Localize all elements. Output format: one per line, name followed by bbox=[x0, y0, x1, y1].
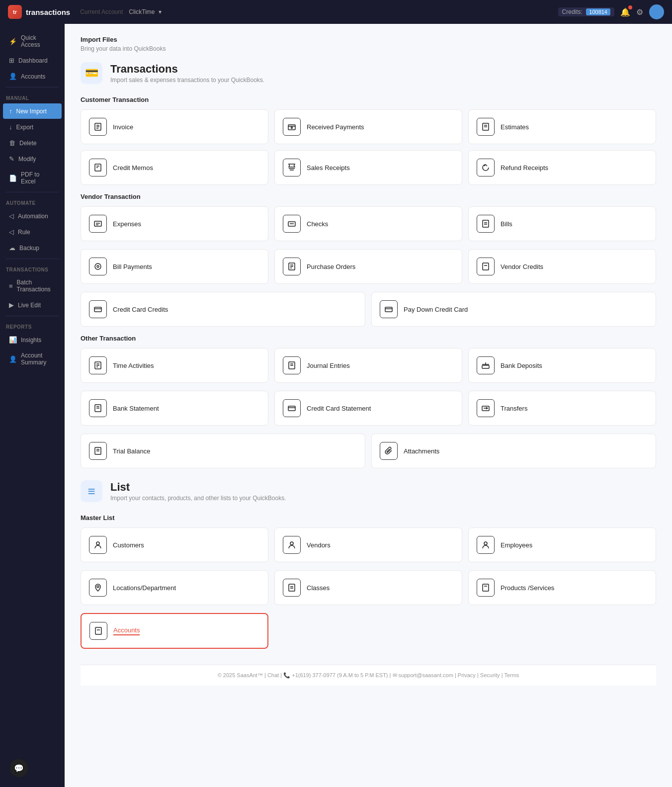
card-journal-entries[interactable]: Journal Entries bbox=[274, 348, 462, 383]
card-bank-deposits[interactable]: Bank Deposits bbox=[468, 348, 656, 383]
card-credit-card-statement[interactable]: Credit Card Statement bbox=[274, 391, 462, 426]
pay-down-credit-card-label: Pay Down Credit Card bbox=[404, 306, 468, 313]
card-trial-balance[interactable]: Trial Balance bbox=[81, 434, 365, 468]
card-attachments[interactable]: Attachments bbox=[371, 434, 656, 468]
list-section-header: ≡ List Import your contacts, products, a… bbox=[81, 480, 656, 502]
account-dropdown-icon[interactable]: ▾ bbox=[159, 8, 162, 15]
new-import-icon: ↑ bbox=[9, 107, 12, 115]
card-vendors[interactable]: Vendors bbox=[274, 527, 462, 562]
card-invoice[interactable]: Invoice bbox=[81, 109, 268, 144]
footer-privacy-link[interactable]: Privacy bbox=[458, 672, 476, 678]
sidebar-item-live-edit[interactable]: ▶ Live Edit bbox=[3, 297, 62, 313]
card-credit-memos[interactable]: Credit Memos bbox=[81, 150, 268, 185]
card-expenses[interactable]: Expenses bbox=[81, 206, 268, 241]
card-bills[interactable]: Bills bbox=[468, 206, 656, 241]
user-avatar[interactable] bbox=[649, 4, 664, 19]
card-employees[interactable]: Employees bbox=[468, 527, 656, 562]
export-icon: ↓ bbox=[9, 123, 12, 131]
card-received-payments[interactable]: Received Payments bbox=[274, 109, 462, 144]
notification-bell[interactable]: 🔔 bbox=[620, 7, 630, 17]
sidebar-label-delete: Delete bbox=[19, 140, 37, 147]
card-pay-down-credit-card[interactable]: Pay Down Credit Card bbox=[371, 292, 656, 327]
sidebar-label-live-edit: Live Edit bbox=[18, 302, 41, 309]
current-account-label: Current Account bbox=[80, 8, 123, 15]
card-classes[interactable]: Classes bbox=[274, 570, 462, 605]
sidebar-reports-section: REPORTS bbox=[0, 319, 65, 332]
time-activities-label: Time Activities bbox=[113, 362, 154, 369]
received-payments-icon bbox=[283, 118, 301, 136]
footer-security-link[interactable]: Security bbox=[480, 672, 500, 678]
card-time-activities[interactable]: Time Activities bbox=[81, 348, 268, 383]
accounts-nav-icon: 👤 bbox=[9, 73, 17, 80]
sidebar-item-account-summary[interactable]: 👤 Account Summary bbox=[3, 348, 62, 370]
card-transfers[interactable]: Transfers bbox=[468, 391, 656, 426]
settings-icon[interactable]: ⚙ bbox=[636, 7, 643, 17]
sidebar-item-backup[interactable]: ☁ Backup bbox=[3, 240, 62, 256]
footer-chat-link[interactable]: Chat bbox=[267, 672, 279, 678]
credits-label: Credits: 100814 bbox=[558, 7, 614, 16]
sidebar-item-new-import[interactable]: ↑ New Import bbox=[3, 103, 62, 119]
notification-dot bbox=[628, 5, 632, 9]
pdf-to-excel-icon: 📄 bbox=[9, 175, 17, 182]
card-accounts[interactable]: Accounts bbox=[81, 613, 268, 649]
svg-point-5 bbox=[291, 127, 293, 129]
rule-icon: ◁ bbox=[9, 228, 14, 236]
card-purchase-orders[interactable]: Purchase Orders bbox=[274, 249, 462, 284]
sales-receipts-label: Sales Receipts bbox=[307, 164, 350, 172]
card-customers[interactable]: Customers bbox=[81, 527, 268, 562]
sidebar-item-delete[interactable]: 🗑 Delete bbox=[3, 135, 62, 151]
card-products-services[interactable]: Products /Services bbox=[468, 570, 656, 605]
invoice-icon bbox=[89, 118, 107, 136]
sidebar-item-batch-transactions[interactable]: ≡ Batch Transactions bbox=[3, 275, 62, 297]
locations-department-icon bbox=[89, 579, 107, 597]
svg-point-53 bbox=[96, 542, 99, 545]
footer-email[interactable]: support@saasant.com bbox=[399, 672, 453, 678]
sidebar-label-pdf-to-excel: PDF to Excel bbox=[21, 171, 56, 185]
main-content: Import Files Bring your data into QuickB… bbox=[65, 24, 672, 787]
sidebar-item-export[interactable]: ↓ Export bbox=[3, 119, 62, 135]
bill-payments-icon bbox=[89, 258, 107, 275]
card-locations-department[interactable]: Locations/Department bbox=[81, 570, 268, 605]
credit-card-credits-label: Credit Card Credits bbox=[113, 306, 168, 313]
card-checks[interactable]: Checks bbox=[274, 206, 462, 241]
credits-value[interactable]: 100814 bbox=[586, 8, 610, 15]
employees-label: Employees bbox=[501, 541, 532, 549]
svg-rect-60 bbox=[483, 584, 489, 591]
customer-transaction-grid: Invoice Received Payments bbox=[81, 109, 656, 185]
chat-button[interactable]: 💬 bbox=[10, 759, 28, 777]
card-refund-receipts[interactable]: Refund Receipts bbox=[468, 150, 656, 185]
vendor-transaction-grid-row2: Bill Payments Purchase Orders bbox=[81, 249, 656, 284]
sidebar-item-quick-access[interactable]: ⚡ Quick Access bbox=[3, 30, 62, 52]
footer-phone-icon: 📞 bbox=[283, 672, 290, 678]
list-section-icon: ≡ bbox=[81, 480, 102, 502]
list-section-desc: Import your contacts, products, and othe… bbox=[110, 495, 286, 502]
footer-terms-link[interactable]: Terms bbox=[504, 672, 519, 678]
sidebar-item-accounts-nav[interactable]: 👤 Accounts bbox=[3, 69, 62, 84]
card-credit-card-credits[interactable]: Credit Card Credits bbox=[81, 292, 365, 327]
card-estimates[interactable]: Estimates bbox=[468, 109, 656, 144]
expenses-icon bbox=[89, 215, 107, 233]
svg-point-55 bbox=[484, 542, 487, 545]
card-bank-statement[interactable]: Bank Statement bbox=[81, 391, 268, 426]
sidebar-item-automation[interactable]: ◁ Automation bbox=[3, 208, 62, 224]
customers-icon bbox=[89, 536, 107, 554]
card-vendor-credits[interactable]: Vendor Credits bbox=[468, 249, 656, 284]
card-bill-payments[interactable]: Bill Payments bbox=[81, 249, 268, 284]
sidebar-item-dashboard[interactable]: ⊞ Dashboard bbox=[3, 53, 62, 68]
sidebar-item-insights[interactable]: 📊 Insights bbox=[3, 332, 62, 348]
svg-rect-19 bbox=[483, 220, 489, 227]
sidebar-item-modify[interactable]: ✎ Modify bbox=[3, 151, 62, 167]
footer: © 2025 SaasAnt™ | Chat | 📞 +1(619) 377-0… bbox=[81, 665, 656, 686]
sidebar-item-pdf-to-excel[interactable]: 📄 PDF to Excel bbox=[3, 167, 62, 189]
credit-memos-label: Credit Memos bbox=[113, 164, 153, 172]
layout: ⚡ Quick Access ⊞ Dashboard 👤 Accounts MA… bbox=[0, 24, 672, 787]
transactions-section-header: 💳 Transactions Import sales & expenses t… bbox=[81, 62, 656, 84]
credit-card-statement-icon bbox=[283, 399, 301, 417]
master-list-grid-row3: Accounts bbox=[81, 613, 656, 649]
classes-icon bbox=[283, 579, 301, 597]
sidebar-item-rule[interactable]: ◁ Rule bbox=[3, 224, 62, 240]
card-sales-receipts[interactable]: Sales Receipts bbox=[274, 150, 462, 185]
vendor-credits-icon bbox=[477, 258, 495, 275]
batch-transactions-icon: ≡ bbox=[9, 282, 13, 290]
sidebar-label-quick-access: Quick Access bbox=[21, 34, 56, 48]
